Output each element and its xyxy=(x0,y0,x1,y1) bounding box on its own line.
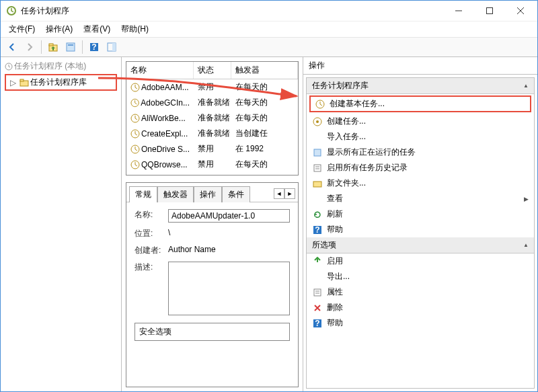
collapse-icon: ▲ xyxy=(523,242,529,248)
menu-help[interactable]: 帮助(H) xyxy=(117,22,153,36)
svg-rect-1 xyxy=(487,8,493,14)
forward-button[interactable] xyxy=(22,40,37,54)
action-export[interactable]: 导出... xyxy=(307,269,534,284)
tab-conditions[interactable]: 条件 xyxy=(222,186,250,202)
tab-actions[interactable]: 操作 xyxy=(194,186,222,202)
action-view[interactable]: 查看 ▶ xyxy=(307,191,534,206)
action-delete[interactable]: 删除 xyxy=(307,300,534,315)
center-pane: 名称 状态 触发器 AdobeAAM...禁用在每天的AdobeGCIn...准… xyxy=(122,57,303,391)
col-name[interactable]: 名称 xyxy=(126,62,194,79)
action-label: 删除 xyxy=(327,302,343,313)
window-title: 任务计划程序 xyxy=(21,5,443,17)
svg-text:?: ? xyxy=(315,319,319,328)
running-icon xyxy=(312,147,323,158)
properties-button[interactable] xyxy=(63,40,78,54)
actions-group-selected[interactable]: 所选项 ▲ xyxy=(307,237,534,253)
tab-scroll-left[interactable]: ◄ xyxy=(274,188,284,199)
tab-scroll-right[interactable]: ► xyxy=(284,188,295,199)
task-icon xyxy=(312,116,323,127)
collapse-icon: ▲ xyxy=(523,83,529,89)
author-value: Author Name xyxy=(168,245,290,254)
tree-root[interactable]: 任务计划程序 (本地) xyxy=(2,60,120,73)
task-list-body[interactable]: AdobeAAM...禁用在每天的AdobeGCIn...准备就绪在每天的Ali… xyxy=(126,79,298,175)
action-help-2[interactable]: ? 帮助 xyxy=(307,315,534,331)
desc-label: 描述: xyxy=(134,262,168,273)
export-icon xyxy=(312,272,323,282)
table-row[interactable]: AdobeAAM...禁用在每天的 xyxy=(126,79,298,95)
tree-root-label: 任务计划程序 (本地) xyxy=(14,61,86,72)
help-button[interactable]: ? xyxy=(87,40,102,54)
actions-group-library[interactable]: 任务计划程序库 ▲ xyxy=(307,78,534,94)
action-enable-history[interactable]: 启用所有任务历史记录 xyxy=(307,160,534,175)
table-row[interactable]: OneDrive S...禁用在 1992 xyxy=(126,141,298,157)
action-show-running[interactable]: 显示所有正在运行的任务 xyxy=(307,145,534,160)
enable-icon xyxy=(312,256,323,267)
tree-library-label: 任务计划程序库 xyxy=(30,77,87,88)
tab-scroll: ◄ ► xyxy=(274,188,295,199)
menu-action[interactable]: 操作(A) xyxy=(42,22,77,36)
folder-icon xyxy=(312,178,323,189)
action-label: 查看 xyxy=(327,193,343,204)
col-state[interactable]: 状态 xyxy=(194,62,231,79)
actions-group-selected-label: 所选项 xyxy=(312,239,336,251)
table-row[interactable]: AdobeGCIn...准备就绪在每天的 xyxy=(126,95,298,110)
action-new-folder[interactable]: 新文件夹... xyxy=(307,175,534,191)
separator xyxy=(41,40,42,54)
maximize-button[interactable] xyxy=(474,1,505,21)
action-properties[interactable]: 属性 xyxy=(307,284,534,300)
tab-general[interactable]: 常规 xyxy=(129,186,157,202)
svg-text:?: ? xyxy=(315,225,319,235)
separator xyxy=(82,40,83,54)
desc-input[interactable] xyxy=(168,262,290,315)
minimize-button[interactable] xyxy=(443,1,474,21)
back-button[interactable] xyxy=(5,40,20,54)
help-icon: ? xyxy=(312,318,323,329)
actions-pane: 操作 任务计划程序库 ▲ 创建基本任务... 创建任务... 导入任务... xyxy=(303,57,537,391)
action-enable[interactable]: 启用 xyxy=(307,253,534,269)
delete-icon xyxy=(312,303,323,313)
titlebar: 任务计划程序 xyxy=(1,1,537,21)
security-options-label: 安全选项 xyxy=(139,327,171,336)
location-label: 位置: xyxy=(134,228,168,239)
svg-point-21 xyxy=(316,120,319,123)
action-create-basic-task[interactable]: 创建基本任务... xyxy=(309,95,531,112)
folder-icon xyxy=(20,78,29,87)
action-label: 属性 xyxy=(327,286,343,298)
up-button[interactable] xyxy=(46,40,61,54)
col-trigger[interactable]: 触发器 xyxy=(231,62,298,79)
blank-icon xyxy=(312,194,323,204)
app-icon xyxy=(6,5,17,16)
action-label: 启用所有任务历史记录 xyxy=(327,162,408,173)
svg-rect-9 xyxy=(112,43,116,51)
action-label: 创建基本任务... xyxy=(330,98,385,110)
tree-library[interactable]: ▷ 任务计划程序库 xyxy=(5,74,117,91)
actions-header: 操作 xyxy=(303,57,537,75)
tree-pane: 任务计划程序 (本地) ▷ 任务计划程序库 xyxy=(1,57,122,391)
svg-rect-23 xyxy=(314,165,321,171)
svg-rect-3 xyxy=(49,44,53,46)
action-help[interactable]: ? 帮助 xyxy=(307,222,534,237)
menu-file[interactable]: 文件(F) xyxy=(5,22,39,36)
table-row[interactable]: CreateExpl...准备就绪当创建任 xyxy=(126,126,298,141)
svg-rect-5 xyxy=(68,44,73,46)
clock-icon xyxy=(5,63,13,71)
table-row[interactable]: AliWorkBe...准备就绪在每天的 xyxy=(126,110,298,126)
table-row[interactable]: QQBrowse...禁用在每天的 xyxy=(126,157,298,172)
menu-view[interactable]: 查看(V) xyxy=(79,22,114,36)
action-label: 新文件夹... xyxy=(327,178,366,189)
security-options-group: 安全选项 xyxy=(134,323,290,341)
actions-body: 任务计划程序库 ▲ 创建基本任务... 创建任务... 导入任务... xyxy=(306,77,535,389)
task-list-header: 名称 状态 触发器 xyxy=(126,62,298,79)
action-refresh[interactable]: 刷新 xyxy=(307,206,534,222)
action-import-task[interactable]: 导入任务... xyxy=(307,129,534,145)
show-pane-button[interactable] xyxy=(104,40,119,54)
properties-icon xyxy=(312,287,323,298)
action-create-task[interactable]: 创建任务... xyxy=(307,114,534,129)
location-value: \ xyxy=(168,228,290,237)
menubar: 文件(F) 操作(A) 查看(V) 帮助(H) xyxy=(1,21,537,37)
action-label: 创建任务... xyxy=(327,116,366,127)
task-scheduler-window: 任务计划程序 文件(F) 操作(A) 查看(V) 帮助(H) ? 任务计划程序 … xyxy=(0,0,538,392)
name-input[interactable] xyxy=(168,209,290,223)
tab-triggers[interactable]: 触发器 xyxy=(157,186,194,202)
close-button[interactable] xyxy=(505,1,536,21)
